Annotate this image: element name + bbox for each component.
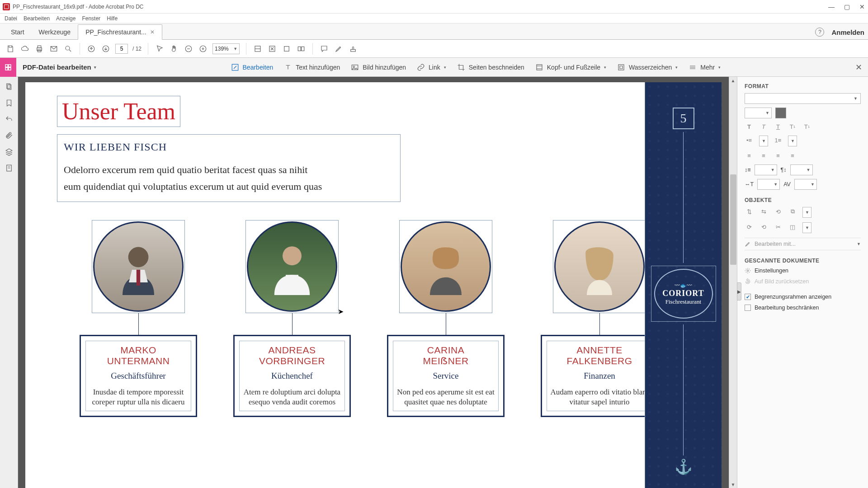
pointer-icon[interactable] bbox=[155, 44, 165, 54]
rotate-ccw2-icon[interactable]: ⟲ bbox=[759, 222, 768, 231]
tab-document[interactable]: PP_Fischrestaurant... ✕ bbox=[78, 24, 162, 40]
horizontal-scale-dropdown[interactable]: ▼ bbox=[757, 179, 780, 190]
show-bounding-checkbox[interactable]: ✔Begrenzungsrahmen anzeigen bbox=[745, 294, 861, 300]
tab-start[interactable]: Start bbox=[4, 25, 32, 39]
kerning-dropdown[interactable]: ▼ bbox=[794, 179, 817, 190]
undo-icon[interactable] bbox=[5, 115, 14, 124]
signatures-icon[interactable] bbox=[5, 164, 14, 173]
highlight-icon[interactable] bbox=[334, 44, 344, 54]
save-icon[interactable] bbox=[5, 44, 15, 54]
team-card[interactable]: MARKOUNTERMANN Geschäftsführer Inusdae d… bbox=[80, 335, 197, 417]
more-button[interactable]: Mehr▾ bbox=[689, 63, 721, 71]
page-title[interactable]: Unser Team bbox=[57, 96, 180, 127]
close-edit-toolbar-button[interactable]: ✕ bbox=[849, 62, 868, 72]
zoom-out-icon[interactable] bbox=[184, 44, 193, 54]
photo-frame[interactable] bbox=[399, 220, 492, 313]
cloud-icon[interactable] bbox=[20, 44, 30, 54]
bullet-list-dropdown[interactable]: ▼ bbox=[759, 136, 768, 146]
paragraph-spacing-dropdown[interactable]: ▼ bbox=[790, 164, 813, 175]
line-spacing-dropdown[interactable]: ▼ bbox=[755, 164, 777, 175]
scroll-thumb[interactable] bbox=[730, 174, 736, 265]
header-footer-button[interactable]: Kopf- und Fußzeile▾ bbox=[535, 63, 606, 71]
menu-datei[interactable]: Datei bbox=[5, 15, 17, 22]
prev-page-icon[interactable] bbox=[86, 44, 96, 54]
underline-icon[interactable]: T bbox=[774, 122, 783, 131]
edit-with-row[interactable]: Bearbeiten mit... ▼ bbox=[745, 238, 861, 250]
photo-frame[interactable] bbox=[553, 220, 646, 313]
font-family-dropdown[interactable]: ▼ bbox=[745, 93, 861, 104]
team-card[interactable]: ANDREASVORBRINGER Küchenchef Atem re dol… bbox=[233, 335, 351, 417]
edit-tool-handle[interactable] bbox=[0, 58, 16, 77]
scroll-down-icon[interactable]: ▼ bbox=[731, 481, 736, 488]
color-swatch[interactable] bbox=[775, 108, 786, 118]
bold-icon[interactable]: T bbox=[745, 122, 754, 131]
login-button[interactable]: Anmelden bbox=[831, 28, 864, 36]
zoom-dropdown[interactable]: 139%▼ bbox=[212, 43, 240, 54]
add-image-button[interactable]: Bild hinzufügen bbox=[351, 63, 406, 71]
tab-tools[interactable]: Werkzeuge bbox=[32, 25, 78, 39]
brand-logo-frame[interactable]: 〰🐟〰 CORIORT Fischrestaurant bbox=[651, 266, 716, 322]
menu-hilfe[interactable]: Hilfe bbox=[107, 15, 118, 22]
team-card[interactable]: ANNETTEFALKENBERG Finanzen Audam eaperro… bbox=[541, 335, 658, 417]
settings-row[interactable]: Einstellungen bbox=[745, 267, 861, 274]
print-icon[interactable] bbox=[34, 44, 44, 54]
maximize-button[interactable]: ▢ bbox=[844, 4, 850, 10]
menu-anzeige[interactable]: Anzeige bbox=[56, 15, 75, 22]
bookmarks-icon[interactable] bbox=[5, 99, 14, 108]
view-mode-icon[interactable] bbox=[296, 44, 306, 54]
align-left-icon[interactable]: ≡ bbox=[745, 151, 754, 160]
fit-width-icon[interactable] bbox=[253, 44, 263, 54]
next-page-icon[interactable] bbox=[101, 44, 111, 54]
edit-mode-dropdown[interactable]: PDF-Datei bearbeiten▾ bbox=[16, 63, 103, 71]
collapse-right-handle[interactable]: ▶ bbox=[737, 282, 741, 300]
font-size-dropdown[interactable]: ▼ bbox=[745, 108, 772, 118]
attachments-icon[interactable] bbox=[5, 131, 14, 140]
menu-bearbeiten[interactable]: Bearbeiten bbox=[24, 15, 50, 22]
pdf-page[interactable]: Unser Team WIR LIEBEN FISCH Odelorro exc… bbox=[25, 82, 722, 488]
mail-icon[interactable] bbox=[49, 44, 59, 54]
minimize-button[interactable]: — bbox=[828, 4, 835, 10]
superscript-icon[interactable]: T1 bbox=[788, 122, 797, 131]
stamp-icon[interactable] bbox=[348, 44, 358, 54]
replace-image-dropdown[interactable]: ▼ bbox=[802, 222, 811, 233]
text-block[interactable]: WIR LIEBEN FISCH Odelorro excerum rem qu… bbox=[57, 134, 401, 202]
fit-page-icon[interactable] bbox=[267, 44, 277, 54]
photo-frame[interactable] bbox=[92, 220, 185, 313]
arrange-icon[interactable]: ⧉ bbox=[788, 207, 797, 216]
arrange-dropdown[interactable]: ▼ bbox=[802, 207, 811, 218]
align-right-icon[interactable]: ≡ bbox=[774, 151, 783, 160]
flip-horizontal-icon[interactable]: ⇆ bbox=[759, 207, 768, 216]
align-justify-icon[interactable]: ≡ bbox=[788, 151, 797, 160]
page-number-input[interactable] bbox=[115, 44, 128, 54]
numbered-list-icon[interactable]: 1≡ bbox=[774, 136, 783, 145]
tab-close-icon[interactable]: ✕ bbox=[150, 29, 155, 35]
replace-image-icon[interactable]: ◫ bbox=[788, 222, 797, 231]
document-area[interactable]: ◀ Unser Team WIR LIEBEN FISCH Odelorro e… bbox=[18, 77, 729, 488]
crop-pages-button[interactable]: Seiten beschneiden bbox=[457, 63, 524, 71]
help-button[interactable]: ? bbox=[815, 28, 824, 37]
flip-vertical-icon[interactable]: ⇅ bbox=[745, 207, 754, 216]
numbered-list-dropdown[interactable]: ▼ bbox=[788, 136, 797, 146]
hand-icon[interactable] bbox=[169, 44, 179, 54]
comment-icon[interactable] bbox=[319, 44, 329, 54]
bullet-list-icon[interactable]: •≡ bbox=[745, 136, 754, 145]
add-text-button[interactable]: Text hinzufügen bbox=[284, 63, 340, 71]
menu-fenster[interactable]: Fenster bbox=[82, 15, 100, 22]
search-icon[interactable] bbox=[63, 44, 73, 54]
edit-button[interactable]: Bearbeiten bbox=[231, 63, 274, 71]
subscript-icon[interactable]: T1 bbox=[802, 122, 811, 131]
rotate-ccw-icon[interactable]: ⟲ bbox=[774, 207, 783, 216]
thumbnails-icon[interactable] bbox=[5, 82, 14, 91]
close-button[interactable]: ✕ bbox=[859, 4, 865, 10]
link-button[interactable]: Link▾ bbox=[417, 63, 446, 71]
rotate-cw-icon[interactable]: ⟳ bbox=[745, 222, 754, 231]
layers-icon[interactable] bbox=[5, 147, 14, 156]
restrict-edit-checkbox[interactable]: Bearbeitung beschränken bbox=[745, 305, 861, 311]
rotate-icon[interactable] bbox=[282, 44, 292, 54]
italic-icon[interactable]: T bbox=[759, 122, 768, 131]
align-center-icon[interactable]: ≡ bbox=[759, 151, 768, 160]
vertical-scrollbar[interactable]: ▲ ▼ bbox=[729, 77, 737, 488]
team-card[interactable]: CARINAMEIẞNER Service Non ped eos aperum… bbox=[387, 335, 505, 417]
zoom-in-icon[interactable] bbox=[198, 44, 208, 54]
photo-frame[interactable] bbox=[245, 220, 339, 313]
